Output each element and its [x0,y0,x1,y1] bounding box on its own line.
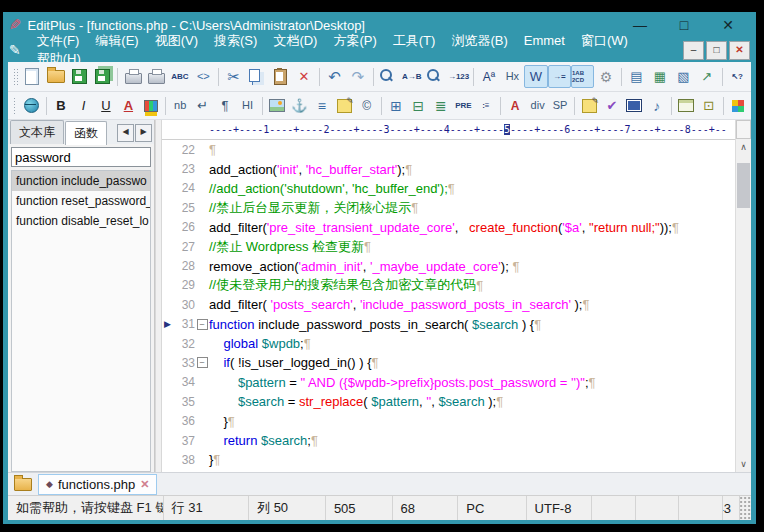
function-list-item[interactable]: function disable_reset_lo [12,211,150,231]
mdi-minimize-button[interactable]: – [683,41,704,60]
color-palette-icon[interactable] [140,94,162,117]
code-line[interactable]: 34 $pattern = " AND ({$wpdb->prefix}post… [162,373,735,392]
save-all-icon[interactable] [91,65,114,88]
bold-icon[interactable]: B [50,94,72,117]
save-icon[interactable] [68,65,91,88]
undo-icon[interactable]: ↶ [323,65,346,88]
code-line[interactable]: ▶31–function include_password_posts_in_s… [162,315,735,334]
list-icon[interactable]: :≡ [475,94,497,117]
print-icon[interactable] [145,65,168,88]
sidebar-tab-文本库[interactable]: 文本库 [10,120,64,144]
mdi-close-button[interactable]: ✕ [729,41,750,60]
menu-item-编辑E[interactable]: 编辑(E) [87,31,146,50]
folder-icon[interactable] [14,478,32,491]
scroll-down-arrow-icon[interactable]: ∨ [736,456,751,472]
code-line[interactable]: 27//禁止 Wordpress 检查更新¶ [162,237,735,256]
code-line[interactable]: 35 $search = str_replace( $pattern, '', … [162,392,735,411]
comment-note-icon[interactable] [333,94,355,117]
anchor-icon[interactable]: ⚓ [288,94,310,117]
code-line[interactable]: 25//禁止后台显示更新，关闭核心提示¶ [162,198,735,217]
find-in-files-icon[interactable] [423,65,446,88]
underline-icon[interactable]: U [95,94,117,117]
menu-item-搜索S[interactable]: 搜索(S) [206,31,265,50]
code-line[interactable]: 24//add_action('shutdown', 'hc_buffer_en… [162,179,735,198]
line-numbers-icon[interactable]: 1AB 2CD [571,65,594,88]
table-cell-icon[interactable]: ⊟ [407,94,429,117]
mdi-restore-button[interactable]: □ [706,41,727,60]
code-line[interactable]: 32 global $wpdb;¶ [162,334,735,353]
horizontal-rule-icon[interactable]: ≡ [311,94,333,117]
preformatted-icon[interactable]: PRE [452,94,474,117]
external-tool-icon[interactable]: ↗ [695,65,718,88]
line-break-icon[interactable]: ↵ [191,94,213,117]
menu-item-视图V[interactable]: 视图(V) [147,31,206,50]
div-tag-icon[interactable]: div [526,94,548,117]
indent-guide-icon[interactable]: →= [548,65,571,88]
toolbar-grip[interactable] [13,97,17,115]
window-split-icon[interactable]: ▦ [648,65,671,88]
menu-item-工具T[interactable]: 工具(T) [385,31,444,50]
heading-icon[interactable]: HI [236,94,258,117]
fold-toggle[interactable]: – [195,357,209,368]
fold-collapse-icon[interactable]: – [197,357,208,368]
cut-icon[interactable]: ✂ [222,65,245,88]
code-line[interactable]: 33– if( !is_user_logged_in() ) {¶ [162,353,735,372]
copy-icon[interactable] [245,65,268,88]
goto-line-icon[interactable]: →123 [447,65,470,88]
html-tag-icon[interactable]: <> [192,65,215,88]
script-edit-icon[interactable] [578,94,600,117]
hex-view-icon[interactable]: Hx [501,65,524,88]
function-list-item[interactable]: function reset_password_ [12,191,150,211]
close-tab-icon[interactable]: ✕ [140,478,149,491]
redo-icon[interactable]: ↷ [346,65,369,88]
function-list-item[interactable]: function include_passwo [12,171,150,191]
insert-audio-icon[interactable]: ♪ [646,94,668,117]
fold-collapse-icon[interactable]: – [197,319,208,330]
tab-scroll-left-icon[interactable]: ◀ [117,124,134,142]
maximize-button[interactable]: □ [662,17,706,33]
paste-icon[interactable] [269,65,292,88]
italic-icon[interactable]: I [72,94,94,117]
close-button[interactable]: ✕ [706,17,750,33]
form-field-icon[interactable] [675,94,697,117]
document-list-icon[interactable]: ▤ [625,65,648,88]
paragraph-icon[interactable]: ¶ [214,94,236,117]
preferences-icon[interactable]: ⚙ [594,65,617,88]
menu-item-Emmet[interactable]: Emmet [516,31,573,50]
delete-icon[interactable]: ✕ [292,65,315,88]
view-in-browser-icon[interactable] [20,94,42,117]
code-line[interactable]: 22¶ [162,140,735,159]
menu-item-浏览器B[interactable]: 浏览器(B) [443,31,515,50]
tab-functions-php[interactable]: ◆ functions.php ✕ [38,474,157,495]
scrollbar-thumb[interactable] [737,163,750,208]
resize-grip[interactable] [740,496,751,520]
color-picker-icon[interactable] [727,94,749,117]
code-area[interactable]: 22¶23add_action('init', 'hc_buffer_start… [162,140,735,472]
font-color-icon[interactable]: A [117,94,139,117]
styled-text-icon[interactable]: A [504,94,526,117]
font-icon[interactable]: Aª [477,65,500,88]
replace-icon[interactable]: A→B [400,65,423,88]
insert-image-icon[interactable] [266,94,288,117]
scrollbar-track[interactable] [736,155,751,456]
copyright-icon[interactable]: © [355,94,377,117]
code-line[interactable]: 29//使未登录用户的搜索结果包含加密文章的代码¶ [162,276,735,295]
context-help-icon[interactable]: ↖? [725,65,748,88]
sidebar-tab-函数[interactable]: 函数 [65,121,107,145]
code-line[interactable]: 30add_filter( 'posts_search', 'include_p… [162,295,735,314]
code-line[interactable]: 36 }¶ [162,411,735,430]
browser-preview-icon[interactable]: ▧ [672,65,695,88]
function-filter-input[interactable] [11,147,151,167]
scroll-up-arrow-icon[interactable]: ∧ [736,139,751,155]
code-line[interactable]: 28remove_action('admin_init', '_maybe_up… [162,256,735,275]
form-controls-icon[interactable]: ⊡ [697,94,719,117]
menu-item-窗口W[interactable]: 窗口(W) [573,31,636,50]
menu-item-文档D[interactable]: 文档(D) [265,31,325,50]
align-center-icon[interactable]: ≣ [430,94,452,117]
menu-item-方案P[interactable]: 方案(P) [325,31,384,50]
fold-toggle[interactable]: – [195,319,209,330]
insert-media-icon[interactable] [623,94,645,117]
toolbar-grip[interactable] [13,68,18,86]
span-tag-icon[interactable]: SP [549,94,571,117]
validate-icon[interactable]: ✔ [601,94,623,117]
